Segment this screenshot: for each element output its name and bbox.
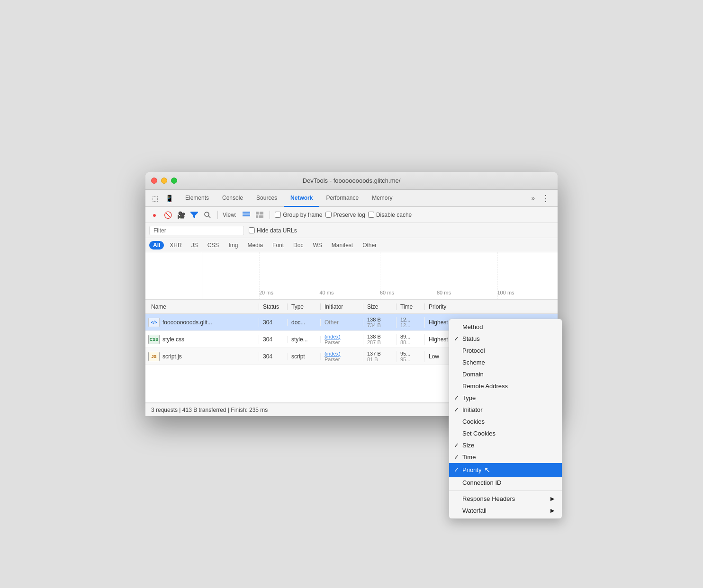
type-btn-all[interactable]: All: [149, 241, 164, 249]
menu-divider: [449, 490, 562, 491]
tab-sources[interactable]: Sources: [250, 190, 284, 207]
screenshot-button[interactable]: 🎥: [176, 210, 186, 220]
submenu-arrow-icon: ▶: [550, 508, 554, 514]
separator-2: [270, 211, 270, 219]
menu-item-initiator[interactable]: ✓ Initiator: [449, 404, 562, 416]
devtools-menu-button[interactable]: ⋮: [538, 193, 554, 204]
col-header-name[interactable]: Name: [145, 303, 259, 310]
cell-type-1: style...: [288, 336, 321, 343]
record-button[interactable]: ●: [149, 210, 160, 220]
cell-size-1: 138 B 287 B: [363, 334, 397, 345]
menu-item-set-cookies[interactable]: Set Cookies: [449, 428, 562, 439]
cell-name-2: JS script.js: [145, 352, 259, 361]
preserve-log-checkbox[interactable]: Preserve log: [325, 212, 365, 218]
col-header-type[interactable]: Type: [288, 303, 321, 310]
cell-time-1: 89... 88...: [397, 334, 425, 345]
cell-initiator-0: Other: [321, 319, 363, 326]
timeline-chart: 20 ms 40 ms 60 ms 80 ms 100 ms: [145, 252, 558, 300]
svg-line-1: [208, 216, 210, 218]
cell-time-0: 12... 12...: [397, 317, 425, 328]
svg-rect-8: [259, 215, 263, 218]
menu-item-waterfall[interactable]: Waterfall ▶: [449, 505, 562, 517]
type-btn-ws[interactable]: WS: [309, 241, 325, 249]
minimize-button[interactable]: [161, 178, 167, 184]
context-menu: Method ✓ Status Protocol Scheme Domain R…: [449, 319, 562, 519]
tab-network[interactable]: Network: [284, 190, 319, 207]
tab-memory[interactable]: Memory: [365, 190, 399, 207]
cell-status-2: 304: [259, 353, 288, 360]
menu-item-domain[interactable]: Domain: [449, 368, 562, 380]
type-filter-bar: All XHR JS CSS Img Media Font Doc WS Man…: [145, 238, 558, 252]
menu-item-cookies[interactable]: Cookies: [449, 416, 562, 428]
traffic-lights: [151, 178, 177, 184]
toolbar: ● 🚫 🎥 View: Group: [145, 207, 558, 223]
more-tabs-button[interactable]: »: [529, 195, 538, 202]
preserve-log-input[interactable]: [325, 212, 332, 218]
hide-data-urls-input[interactable]: [249, 227, 255, 233]
svg-rect-7: [256, 215, 258, 218]
disable-cache-checkbox[interactable]: Disable cache: [368, 212, 412, 218]
menu-item-status[interactable]: ✓ Status: [449, 333, 562, 345]
tab-elements[interactable]: Elements: [179, 190, 216, 207]
tabs: Elements Console Sources Network Perform…: [179, 190, 529, 207]
tick-20ms: 20 ms: [259, 290, 273, 295]
file-icon-css: CSS: [148, 335, 160, 344]
list-view-button[interactable]: [241, 210, 252, 220]
menu-item-time[interactable]: ✓ Time: [449, 451, 562, 463]
search-button[interactable]: [202, 210, 213, 220]
type-btn-xhr[interactable]: XHR: [166, 241, 185, 249]
type-btn-css[interactable]: CSS: [204, 241, 223, 249]
type-btn-js[interactable]: JS: [188, 241, 202, 249]
disable-cache-input[interactable]: [368, 212, 374, 218]
cell-name-1: CSS style.css: [145, 335, 259, 344]
menu-item-priority[interactable]: ✓ Priority ↖: [449, 463, 562, 477]
device-icon[interactable]: 📱: [163, 193, 175, 204]
col-header-initiator[interactable]: Initiator: [321, 303, 363, 310]
inspect-icon[interactable]: ⬚: [149, 193, 161, 204]
type-btn-font[interactable]: Font: [269, 241, 288, 249]
view-label: View:: [223, 212, 236, 218]
tab-performance[interactable]: Performance: [319, 190, 365, 207]
group-by-frame-input[interactable]: [275, 212, 281, 218]
devtools-window: DevTools - fooooooooods.glitch.me/ ⬚ 📱 E…: [145, 172, 558, 416]
menu-item-type[interactable]: ✓ Type: [449, 392, 562, 404]
type-btn-manifest[interactable]: Manifest: [328, 241, 357, 249]
maximize-button[interactable]: [171, 178, 177, 184]
type-btn-img[interactable]: Img: [225, 241, 242, 249]
group-by-frame-checkbox[interactable]: Group by frame: [275, 212, 322, 218]
menu-item-response-headers[interactable]: Response Headers ▶: [449, 493, 562, 505]
clear-button[interactable]: 🚫: [162, 210, 173, 220]
col-header-time[interactable]: Time: [397, 303, 425, 310]
type-btn-media[interactable]: Media: [243, 241, 267, 249]
hide-data-urls-checkbox[interactable]: Hide data URLs: [249, 227, 297, 234]
menu-item-remote-address[interactable]: Remote Address: [449, 380, 562, 392]
type-btn-other[interactable]: Other: [359, 241, 380, 249]
tree-view-button[interactable]: [254, 210, 265, 220]
title-bar: DevTools - fooooooooods.glitch.me/: [145, 172, 558, 190]
table-header: Name Status Type Initiator Size Time Pri…: [145, 300, 558, 314]
close-button[interactable]: [151, 178, 157, 184]
col-header-status[interactable]: Status: [259, 303, 288, 310]
col-header-priority[interactable]: Priority: [425, 303, 463, 310]
type-btn-doc[interactable]: Doc: [289, 241, 307, 249]
menu-item-size[interactable]: ✓ Size: [449, 439, 562, 451]
svg-point-0: [205, 212, 209, 216]
menu-item-protocol[interactable]: Protocol: [449, 345, 562, 356]
cell-initiator-1: (index) Parser: [321, 334, 363, 345]
tabs-bar: ⬚ 📱 Elements Console Sources Network Per…: [145, 190, 558, 207]
svg-rect-3: [243, 214, 250, 214]
menu-item-connection-id[interactable]: Connection ID: [449, 477, 562, 489]
col-header-size[interactable]: Size: [363, 303, 397, 310]
status-text: 3 requests | 413 B transferred | Finish:…: [151, 407, 268, 413]
tick-80ms: 80 ms: [437, 290, 451, 295]
filter-input[interactable]: [149, 226, 244, 235]
menu-item-scheme[interactable]: Scheme: [449, 356, 562, 368]
tab-console[interactable]: Console: [216, 190, 250, 207]
submenu-arrow-icon: ▶: [550, 496, 554, 502]
svg-rect-5: [256, 212, 259, 214]
cell-status-0: 304: [259, 319, 288, 326]
cell-time-2: 95... 95...: [397, 351, 425, 362]
filter-button[interactable]: [189, 210, 199, 220]
cursor-icon: ↖: [484, 465, 490, 474]
menu-item-method[interactable]: Method: [449, 321, 562, 333]
